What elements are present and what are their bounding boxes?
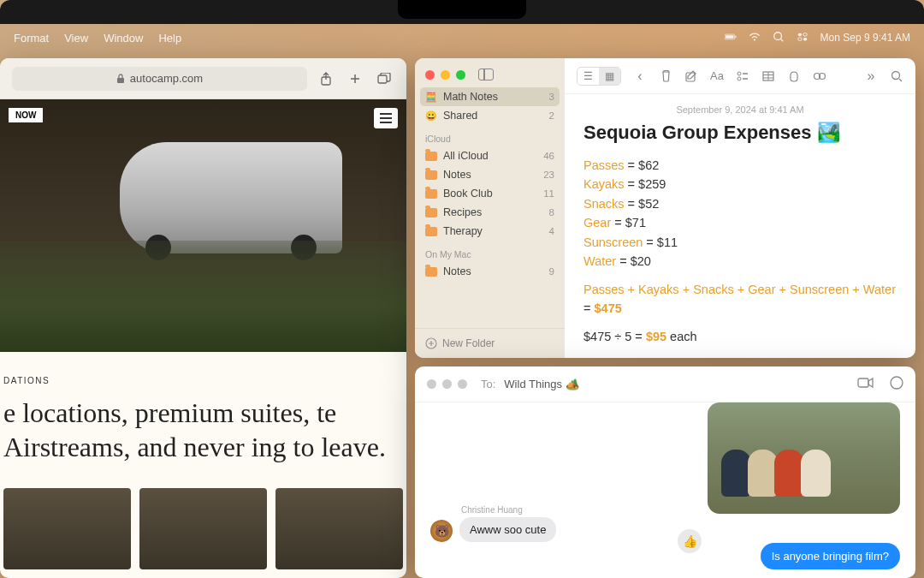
battery-icon[interactable] (725, 31, 737, 45)
address-bar-text: autocamp.com (130, 72, 203, 85)
sidebar-item-book-club[interactable]: Book Club11 (415, 184, 565, 203)
sidebar-item-label: Notes (443, 265, 471, 277)
share-button[interactable] (316, 69, 336, 89)
compose-icon[interactable] (684, 69, 698, 83)
checklist-icon[interactable] (736, 69, 749, 83)
sender-name: Christine Huang (461, 505, 556, 515)
spotlight-icon[interactable] (773, 31, 785, 45)
table-icon[interactable] (761, 69, 775, 83)
note-line: Snacks = $52 (583, 194, 897, 213)
sidebar-item-count: 3 (549, 92, 554, 102)
view-mode-segment[interactable]: ☰ ▦ (577, 67, 621, 86)
gallery-image[interactable] (139, 488, 267, 569)
gallery-image[interactable] (3, 488, 131, 569)
sidebar-item-count: 2 (549, 110, 554, 121)
new-tab-button[interactable] (345, 69, 365, 89)
sidebar-item-math-notes[interactable]: 🧮 Math Notes 3 (420, 87, 560, 106)
svg-rect-2 (735, 35, 736, 37)
tapback-reaction[interactable]: 👍 (678, 529, 702, 553)
search-icon[interactable] (890, 69, 903, 83)
sidebar-item-therapy[interactable]: Therapy4 (415, 222, 565, 241)
svg-rect-6 (797, 33, 801, 36)
sidebar-item-count: 4 (549, 226, 554, 236)
svg-point-15 (737, 72, 741, 75)
camera-notch (398, 0, 526, 19)
new-folder-label: New Folder (442, 337, 495, 349)
address-bar[interactable]: autocamp.com (12, 67, 307, 91)
menu-help[interactable]: Help (158, 32, 181, 45)
safari-window: autocamp.com NOW DATIONS e locations, pr… (0, 58, 406, 578)
media-icon[interactable] (787, 69, 801, 83)
close-button[interactable] (427, 379, 436, 389)
back-button[interactable]: ‹ (633, 69, 647, 83)
sidebar-item-all-icloud[interactable]: All iCloud46 (415, 146, 565, 165)
sidebar-item-count: 8 (549, 207, 554, 217)
menu-window[interactable]: Window (104, 32, 143, 45)
menu-format[interactable]: Format (14, 32, 49, 45)
trash-icon[interactable] (659, 69, 672, 83)
book-now-badge[interactable]: NOW (9, 108, 43, 122)
sent-photo[interactable] (708, 402, 900, 514)
folder-icon (425, 227, 437, 236)
svg-rect-8 (797, 37, 801, 40)
sender-avatar[interactable]: 🐻 (430, 520, 453, 542)
message-bubble[interactable]: Awww soo cute (459, 517, 556, 542)
link-icon[interactable] (813, 69, 826, 83)
to-label: To: (481, 378, 495, 390)
person-image (774, 450, 804, 497)
sidebar-item-shared[interactable]: 😀 Shared 2 (415, 106, 565, 125)
sidebar-item-local-notes[interactable]: Notes9 (415, 262, 565, 281)
sidebar-item-recipes[interactable]: Recipes8 (415, 203, 565, 222)
note-body[interactable]: September 9, 2024 at 9:41 AM Sequoia Gro… (565, 94, 915, 356)
notes-sidebar: 🧮 Math Notes 3 😀 Shared 2 iCloud All iCl… (415, 58, 565, 358)
info-icon[interactable] (890, 376, 903, 392)
sidebar-item-label: Notes (443, 169, 471, 181)
sidebar-item-notes[interactable]: Notes23 (415, 165, 565, 184)
sidebar-item-label: Shared (443, 110, 477, 122)
sidebar-item-count: 23 (543, 170, 554, 180)
sidebar-item-count: 9 (549, 266, 554, 277)
sidebar-section-header: iCloud (415, 125, 565, 146)
sidebar-item-label: Math Notes (443, 91, 498, 103)
folder-icon (425, 267, 437, 277)
folder-icon (425, 189, 437, 199)
gallery-image[interactable] (275, 488, 403, 569)
person-image (801, 450, 831, 497)
svg-point-28 (891, 377, 903, 389)
list-view-icon[interactable]: ☰ (578, 68, 599, 85)
messages-body: Christine Huang 🐻 Awww soo cute 👍 Is any… (415, 402, 915, 578)
content-eyebrow: DATIONS (0, 376, 406, 385)
person-image (748, 450, 778, 497)
hamburger-menu-button[interactable] (374, 108, 398, 128)
grid-view-icon[interactable]: ▦ (599, 68, 620, 85)
svg-point-3 (754, 39, 755, 40)
minimize-button[interactable] (441, 70, 450, 80)
sidebar-item-label: Therapy (443, 225, 483, 237)
svg-rect-7 (803, 33, 806, 36)
tabs-button[interactable] (374, 69, 394, 89)
note-title: Sequoia Group Expenses 🏞️ (583, 122, 897, 144)
lock-icon (116, 74, 125, 84)
video-call-icon[interactable] (857, 377, 874, 391)
menu-view[interactable]: View (64, 32, 88, 45)
messages-window: To: Wild Things 🏕️ Christine Huang 🐻 Aww… (415, 366, 915, 578)
minimize-button[interactable] (442, 379, 452, 389)
new-folder-button[interactable]: New Folder (415, 328, 565, 358)
control-center-icon[interactable] (797, 31, 808, 45)
note-line: Passes = $62 (583, 156, 897, 175)
close-button[interactable] (425, 70, 435, 80)
laptop-frame (0, 0, 924, 24)
maximize-button[interactable] (456, 70, 465, 80)
to-value[interactable]: Wild Things 🏕️ (504, 378, 578, 390)
maximize-button[interactable] (458, 379, 467, 389)
wifi-icon[interactable] (749, 31, 761, 45)
more-icon[interactable]: » (864, 69, 878, 83)
outgoing-message-bubble[interactable]: Is anyone bringing film? (761, 543, 900, 569)
menubar-datetime[interactable]: Mon Sep 9 9:41 AM (820, 32, 910, 44)
svg-point-4 (773, 32, 781, 39)
image-gallery (0, 488, 406, 569)
sidebar-toggle-icon[interactable] (478, 69, 494, 80)
sidebar-item-count: 46 (543, 151, 554, 161)
safari-toolbar: autocamp.com (0, 58, 406, 99)
format-button[interactable]: Aa (710, 69, 724, 83)
